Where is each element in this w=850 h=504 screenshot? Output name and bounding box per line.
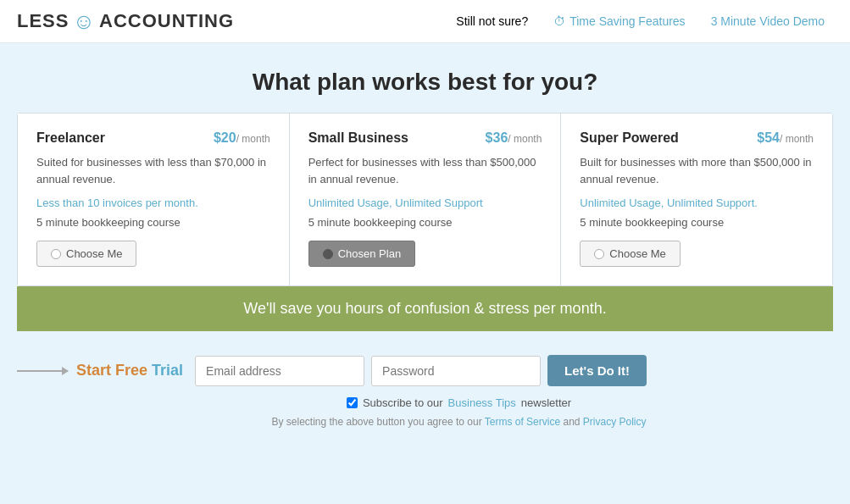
plan-small-business: Small Business $36/ month Perfect for bu… bbox=[290, 114, 562, 285]
plan-freelancer-header: Freelancer $20/ month bbox=[36, 130, 270, 146]
plan-super-powered-radio bbox=[594, 249, 604, 259]
plan-super-powered: Super Powered $54/ month Built for busin… bbox=[561, 114, 832, 285]
plan-super-powered-btn-label: Choose Me bbox=[609, 247, 665, 260]
plan-small-business-desc: Perfect for businesses with less than $5… bbox=[308, 154, 542, 187]
plan-small-business-feature1: Unlimited Usage, Unlimited Support bbox=[308, 196, 542, 211]
terms-row: By selecting the above button you agree … bbox=[17, 416, 833, 428]
plan-freelancer-btn-label: Choose Me bbox=[66, 247, 122, 260]
plan-super-powered-per-month: / month bbox=[780, 133, 814, 145]
subscribe-label: Subscribe to our bbox=[363, 396, 443, 409]
plan-super-powered-feature2: 5 minute bookkeeping course bbox=[580, 216, 814, 229]
trial-text: Trial bbox=[152, 362, 183, 379]
plan-freelancer: Freelancer $20/ month Suited for busines… bbox=[18, 114, 290, 285]
lets-do-it-button[interactable]: Let's Do It! bbox=[547, 355, 647, 386]
plan-small-business-feature2: 5 minute bookkeeping course bbox=[308, 216, 542, 229]
business-tips-link[interactable]: Business Tips bbox=[448, 396, 516, 409]
arrow-line bbox=[17, 370, 68, 372]
plan-freelancer-choose-button[interactable]: Choose Me bbox=[36, 241, 136, 267]
email-input[interactable] bbox=[195, 356, 364, 386]
signup-row: Start Free Trial Let's Do It! bbox=[17, 355, 833, 386]
plan-freelancer-per-month: / month bbox=[236, 133, 270, 145]
plan-super-powered-name: Super Powered bbox=[580, 130, 678, 146]
plan-freelancer-name: Freelancer bbox=[36, 130, 105, 146]
plan-freelancer-feature2: 5 minute bookkeeping course bbox=[36, 216, 270, 229]
plan-super-powered-header: Super Powered $54/ month bbox=[580, 130, 814, 146]
plan-super-powered-desc: Built for businesses with more than $500… bbox=[580, 154, 814, 187]
time-saving-link[interactable]: ⏱ Time Saving Features bbox=[553, 14, 685, 28]
start-free-label: Start Free Trial bbox=[76, 362, 183, 379]
plan-small-business-header: Small Business $36/ month bbox=[308, 130, 542, 146]
page-title: What plan works best for you? bbox=[17, 69, 833, 96]
start-free-text: Start Free bbox=[76, 362, 147, 379]
plan-small-business-price: $36/ month bbox=[486, 130, 542, 146]
plan-small-business-name: Small Business bbox=[308, 130, 408, 146]
logo-icon: ☺ bbox=[72, 10, 96, 32]
time-saving-label: Time Saving Features bbox=[569, 14, 685, 28]
plan-small-business-radio bbox=[323, 249, 333, 259]
savings-banner-text: We'll save you hours of confusion & stre… bbox=[243, 300, 606, 317]
plan-super-powered-feature1: Unlimited Usage, Unlimited Support. bbox=[580, 196, 814, 211]
terms-text: By selecting the above button you agree … bbox=[271, 416, 481, 428]
plan-freelancer-price: $20/ month bbox=[214, 130, 270, 146]
plan-super-powered-price: $54/ month bbox=[757, 130, 814, 146]
arrow-icon bbox=[17, 370, 68, 372]
savings-banner: We'll save you hours of confusion & stre… bbox=[17, 286, 833, 331]
clock-icon: ⏱ bbox=[553, 14, 565, 28]
logo: LESS ☺ ACCOUNTING bbox=[17, 10, 234, 32]
plans-container: Freelancer $20/ month Suited for busines… bbox=[17, 113, 833, 286]
logo-text-right: ACCOUNTING bbox=[99, 10, 234, 32]
terms-of-service-link[interactable]: Terms of Service bbox=[485, 416, 560, 428]
and-text: and bbox=[563, 416, 580, 428]
arrow-label: Start Free Trial bbox=[17, 362, 183, 379]
video-demo-link[interactable]: 3 Minute Video Demo bbox=[711, 14, 825, 28]
plan-freelancer-price-amount: $20 bbox=[214, 130, 236, 145]
plan-small-business-price-amount: $36 bbox=[486, 130, 508, 145]
privacy-policy-link[interactable]: Privacy Policy bbox=[583, 416, 647, 428]
signup-inputs: Let's Do It! bbox=[195, 355, 647, 386]
plan-small-business-chosen-button[interactable]: Chosen Plan bbox=[308, 241, 415, 267]
password-input[interactable] bbox=[371, 356, 541, 386]
plan-super-powered-choose-button[interactable]: Choose Me bbox=[580, 241, 680, 267]
logo-text-left: LESS bbox=[17, 10, 69, 32]
hero-section: What plan works best for you? bbox=[0, 43, 850, 113]
plan-small-business-btn-label: Chosen Plan bbox=[338, 247, 401, 260]
newsletter-label: newsletter bbox=[521, 396, 571, 409]
plan-super-powered-price-amount: $54 bbox=[757, 130, 780, 145]
plan-freelancer-feature1: Less than 10 invoices per month. bbox=[36, 196, 270, 211]
plan-freelancer-radio bbox=[51, 249, 61, 259]
header-nav: Still not sure? ⏱ Time Saving Features 3… bbox=[456, 14, 825, 28]
subscribe-row: Subscribe to our Business Tips newslette… bbox=[17, 396, 833, 409]
plan-small-business-per-month: / month bbox=[508, 133, 542, 145]
signup-section: Start Free Trial Let's Do It! Subscribe … bbox=[0, 331, 850, 436]
header: LESS ☺ ACCOUNTING Still not sure? ⏱ Time… bbox=[0, 0, 850, 43]
still-not-sure-text: Still not sure? bbox=[456, 14, 528, 28]
plan-freelancer-desc: Suited for businesses with less than $70… bbox=[36, 154, 270, 187]
subscribe-checkbox[interactable] bbox=[347, 397, 358, 408]
